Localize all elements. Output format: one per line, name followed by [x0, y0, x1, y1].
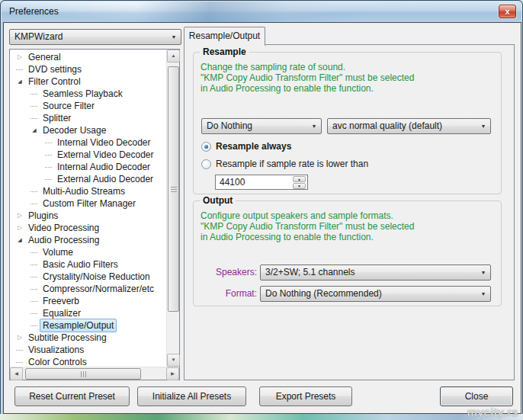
sample-rate-field[interactable]: 44100 ▲ ▼: [215, 175, 308, 190]
preset-combobox[interactable]: KMPWizard ▼: [9, 29, 181, 45]
tree-expander-icon[interactable]: ◢: [14, 234, 25, 246]
radio-unselected-icon[interactable]: [201, 159, 211, 169]
scroll-down-icon[interactable]: ▼: [167, 354, 180, 367]
speakers-row: Speakers: 3/2+SW; 5.1 channels ▼: [194, 265, 501, 281]
scroll-right-icon[interactable]: ▶: [166, 367, 179, 380]
tree-item-custom-filter-manager[interactable]: Custom Filter Manager: [10, 197, 166, 210]
resample-mode-value: Do Nothing: [207, 120, 252, 131]
tree-connector: [30, 106, 37, 107]
tree-item-multi-audio-streams[interactable]: Multi-Audio Streams: [10, 185, 166, 197]
tree-connector: [30, 252, 37, 253]
tree-item-internal-audio-decoder[interactable]: Internal Audio Decoder: [10, 161, 166, 173]
close-dialog-button[interactable]: Close: [440, 386, 513, 406]
tree-item-resample-output[interactable]: Resample/Output: [10, 319, 166, 332]
tree-item-freeverb[interactable]: Freeverb: [10, 295, 166, 307]
radio-resample-if-lower[interactable]: Resample if sample rate is lower than: [201, 158, 368, 170]
tree-expander-icon[interactable]: ▷: [14, 222, 25, 234]
horizontal-scrollbar-thumb[interactable]: [25, 368, 141, 380]
tree-connector: [16, 362, 23, 363]
tree-item-filter-control[interactable]: ◢Filter Control: [10, 75, 166, 88]
output-group-title: Output: [200, 195, 236, 206]
tree-item-general[interactable]: ▷General: [10, 51, 166, 63]
dropdown-arrow-icon[interactable]: ▼: [167, 30, 181, 44]
tree-item-visualizations[interactable]: Visualizations: [10, 344, 166, 356]
tree-item-equalizer[interactable]: Equalizer: [10, 307, 166, 319]
tree-item-dvd-settings[interactable]: DVD settings: [10, 63, 166, 75]
dropdown-arrow-icon[interactable]: ▼: [476, 287, 490, 301]
tree-item-seamless-playback[interactable]: Seamless Playback: [10, 88, 166, 100]
tree-item-internal-video-decoder[interactable]: Internal Video Decoder: [10, 136, 166, 149]
tree-expander-icon[interactable]: ◢: [29, 124, 40, 136]
tree-expander-icon[interactable]: ▷: [14, 51, 25, 63]
reset-current-preset-button[interactable]: Reset Current Preset: [14, 386, 130, 406]
tree-expander-icon[interactable]: ▷: [14, 210, 25, 222]
preset-combobox-value: KMPWizard: [14, 31, 63, 42]
tree-expander-icon[interactable]: ◢: [14, 75, 25, 88]
tree-connector: [30, 94, 37, 95]
tree-connector: [45, 179, 52, 180]
tree-item-compressor-normalizer-etc[interactable]: Compressor/Normalizer/etc: [10, 283, 166, 295]
format-row: Format: Do Nothing (Recommended) ▼: [194, 286, 501, 302]
speakers-combobox[interactable]: 3/2+SW; 5.1 channels ▼: [260, 265, 491, 281]
speakers-label: Speakers:: [194, 267, 257, 277]
scrollbar-grip: [171, 189, 177, 190]
tree-connector: [30, 277, 37, 277]
tree-item-decoder-usage[interactable]: ◢Decoder Usage: [10, 124, 166, 136]
radio-resample-always-label: Resample always: [216, 141, 291, 152]
dropdown-arrow-icon[interactable]: ▼: [476, 119, 490, 133]
tree-item-plugins[interactable]: ▷Plugins: [10, 210, 166, 222]
tree-item-crystality-noise-reduction[interactable]: Crystality/Noise Reduction: [10, 271, 166, 283]
tree-connector: [16, 69, 23, 70]
spin-down-icon[interactable]: ▼: [293, 183, 306, 189]
tree-rows: ▷GeneralDVD settings◢Filter ControlSeaml…: [10, 50, 166, 367]
tree-connector: [30, 191, 37, 192]
tree-vertical-scrollbar[interactable]: ▲ ▼: [166, 50, 179, 367]
scroll-up-icon[interactable]: ▲: [167, 50, 180, 63]
sample-rate-stepper: ▲ ▼: [293, 176, 306, 188]
tree-connector: [30, 118, 37, 119]
spin-up-icon[interactable]: ▲: [293, 176, 306, 182]
tree-connector: [45, 167, 52, 168]
tree-connector: [30, 301, 37, 302]
vertical-scrollbar-thumb[interactable]: [168, 66, 179, 312]
tree-item-color-controls[interactable]: Color Controls: [10, 356, 166, 367]
scroll-left-icon[interactable]: ◀: [10, 367, 23, 380]
format-combobox[interactable]: Do Nothing (Recommended) ▼: [260, 286, 491, 302]
radio-resample-if-lower-label: Resample if sample rate is lower than: [216, 159, 368, 169]
resample-group-title: Resample: [200, 46, 249, 57]
tree-expander-icon[interactable]: ▷: [14, 332, 25, 344]
preferences-window: Preferences x KMPWizard ▼ ▷GeneralDVD se…: [0, 0, 523, 416]
radio-selected-icon[interactable]: [201, 142, 211, 152]
tree-view: ▷GeneralDVD settings◢Filter ControlSeaml…: [9, 49, 180, 380]
format-label: Format:: [194, 288, 257, 299]
tree-item-basic-audio-filters[interactable]: Basic Audio Filters: [10, 258, 166, 271]
tab-resample-output[interactable]: Resample/Output: [184, 27, 265, 46]
tab-label: Resample/Output: [189, 30, 260, 41]
titlebar[interactable]: Preferences x: [2, 2, 521, 22]
resample-description: Change the sampling rate of sound. "KMP …: [201, 62, 414, 94]
tree-horizontal-scrollbar[interactable]: ◀ ▶: [10, 367, 179, 380]
close-button[interactable]: x: [499, 5, 516, 18]
export-presets-button[interactable]: Export Presets: [259, 386, 352, 406]
dropdown-arrow-icon[interactable]: ▼: [307, 119, 321, 133]
sample-rate-value: 44100: [220, 177, 245, 188]
resample-quality-combobox[interactable]: avc normal quality (default) ▼: [327, 118, 491, 134]
tree-item-external-audio-decoder[interactable]: External Audio Decoder: [10, 173, 166, 185]
tree-item-volume[interactable]: Volume: [10, 246, 166, 258]
tree-connector: [30, 325, 37, 326]
tree-item-label: Color Controls: [25, 355, 90, 367]
resample-quality-value: avc normal quality (default): [332, 120, 442, 131]
tree-item-audio-processing[interactable]: ◢Audio Processing: [10, 234, 166, 246]
tree-connector: [30, 289, 37, 290]
initialize-all-presets-button[interactable]: Initialize All Presets: [137, 386, 246, 406]
output-groupbox: Output Configure output speakers and sam…: [193, 200, 502, 306]
tree-item-video-processing[interactable]: ▷Video Processing: [10, 222, 166, 234]
tree-item-source-filter[interactable]: Source Filter: [10, 100, 166, 112]
tree-item-splitter[interactable]: Splitter: [10, 112, 166, 124]
dropdown-arrow-icon[interactable]: ▼: [476, 265, 490, 280]
radio-resample-always[interactable]: Resample always: [201, 140, 291, 152]
tree-connector: [30, 204, 37, 204]
tree-item-external-video-decoder[interactable]: External Video Decoder: [10, 149, 166, 161]
resample-mode-combobox[interactable]: Do Nothing ▼: [201, 118, 322, 134]
tree-item-subtitle-processing[interactable]: ▷Subtitle Processing: [10, 332, 166, 344]
